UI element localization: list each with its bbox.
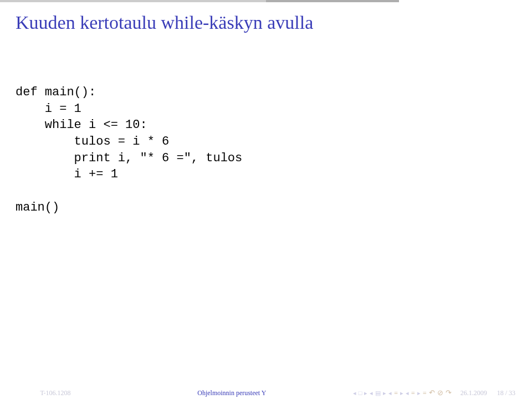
slide-title: Kuuden kertotaulu while-käskyn avulla	[0, 2, 532, 33]
nav-fwd-icon[interactable]: ▸	[400, 390, 403, 397]
nav-next-icon[interactable]: ▸	[383, 390, 386, 397]
nav-line1-icon[interactable]: ≡	[394, 389, 398, 397]
nav-line3-icon[interactable]: ≡	[423, 389, 427, 397]
nav-back-icon[interactable]: ◂	[388, 390, 392, 397]
progress-seg-1	[0, 0, 266, 2]
slide-page: 18 / 33	[497, 389, 515, 397]
nav-undo-icon[interactable]: ↶	[429, 388, 435, 397]
progress-bar	[0, 0, 532, 2]
nav-prev-icon[interactable]: ◂	[370, 390, 373, 397]
code-block: def main(): i = 1 while i <= 10: tulos =…	[0, 84, 532, 216]
nav-next-frame-icon[interactable]: ▸	[364, 390, 367, 397]
footer: T-106.1208 Ohjelmoinnin perusteet Y ◂ □ …	[0, 387, 532, 399]
nav-controls: ◂ □ ▸ ◂ ▤ ▸ ◂ ≡ ▸ ◂ ≡ ▸ ≡ ↶ ⊘ ↷	[353, 388, 456, 397]
nav-fwd2-icon[interactable]: ▸	[417, 390, 421, 397]
footer-right: 26.1.2009 18 / 33	[456, 389, 532, 397]
progress-seg-3	[399, 0, 532, 2]
nav-redo-icon[interactable]: ↷	[446, 388, 452, 397]
course-code: T-106.1208	[0, 389, 111, 397]
progress-seg-2	[266, 0, 399, 2]
nav-line2-icon[interactable]: ≡	[411, 389, 415, 397]
nav-doc-icon[interactable]: ▤	[375, 390, 381, 397]
nav-search-icon[interactable]: ⊘	[437, 388, 443, 397]
course-title: Ohjelmoinnin perusteet Y	[111, 389, 353, 397]
slide-date: 26.1.2009	[461, 389, 487, 397]
nav-back2-icon[interactable]: ◂	[406, 390, 409, 397]
nav-frame-icon[interactable]: □	[359, 390, 362, 396]
nav-first-icon[interactable]: ◂	[353, 390, 356, 397]
